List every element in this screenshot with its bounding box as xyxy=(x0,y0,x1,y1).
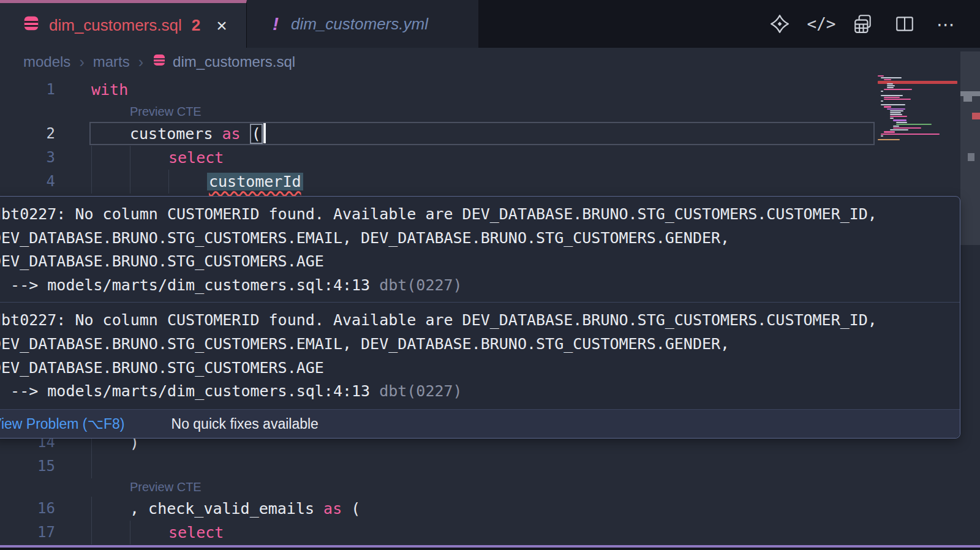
tab-label: dim_customers.yml xyxy=(291,15,428,34)
close-icon[interactable]: × xyxy=(216,17,227,35)
ruler-mark-gray xyxy=(960,91,980,96)
indent-guide xyxy=(168,170,169,194)
code-line-17: 17select xyxy=(0,521,959,544)
ruler-mark-gray xyxy=(968,153,974,161)
tab-badge: 2 xyxy=(192,16,200,35)
indent-guide xyxy=(130,170,130,194)
minimap-line xyxy=(896,122,907,123)
code-line-4: 4customerId xyxy=(0,170,959,194)
scrollbar[interactable] xyxy=(959,48,980,550)
minimap-line xyxy=(890,129,908,130)
indent-guide xyxy=(91,454,92,478)
query-results-icon[interactable] xyxy=(853,13,873,34)
minimap-line xyxy=(887,87,894,88)
breadcrumb-file[interactable]: dim_customers.sql xyxy=(152,53,295,71)
minimap-line xyxy=(881,104,905,105)
code-line-3: 3select xyxy=(0,146,959,170)
chevron-right-icon: › xyxy=(138,53,143,71)
diagnostic-message: dbt0227: No column CUSTOMERID found. Ava… xyxy=(0,197,960,302)
view-problem-link[interactable]: View Problem (⌥F8) xyxy=(0,416,125,432)
minimap-line xyxy=(881,100,883,102)
line-number: 15 xyxy=(0,454,55,478)
minimap-line xyxy=(878,139,900,140)
text-cursor xyxy=(263,123,266,143)
database-icon xyxy=(152,53,167,71)
breadcrumb: models › marts › dim_customers.sql xyxy=(0,48,980,76)
below-sash-strip xyxy=(0,548,980,550)
scrollbar-slider[interactable] xyxy=(960,51,980,245)
hover-status-bar: View Problem (⌥F8) No quick fixes availa… xyxy=(0,409,960,438)
indent-guide xyxy=(130,146,130,170)
chevron-right-icon: › xyxy=(79,53,84,71)
minimap-line xyxy=(893,126,899,127)
minimap-line xyxy=(878,75,884,77)
diagnostic-source: dbt(0227) xyxy=(370,382,462,400)
indent-guide xyxy=(91,497,92,521)
minimap-line xyxy=(890,116,907,117)
tab-bar: dim_customers.sql 2 × ! dim_customers.ym… xyxy=(0,0,980,48)
minimap-line xyxy=(890,112,901,113)
minimap-line xyxy=(893,119,907,121)
line-number: 16 xyxy=(0,497,55,521)
indent-guide xyxy=(130,521,130,544)
minimap-line xyxy=(881,77,902,78)
minimap-line xyxy=(881,91,883,92)
minimap-line xyxy=(884,89,912,90)
minimap-line xyxy=(887,83,893,85)
database-icon xyxy=(22,14,40,37)
minimap-line xyxy=(881,135,883,137)
code-line-2: 2customers as ( xyxy=(0,122,959,146)
minimap-line xyxy=(884,106,891,107)
breadcrumb-filename: dim_customers.sql xyxy=(173,53,295,70)
diagnostic-message: dbt0227: No column CUSTOMERID found. Ava… xyxy=(0,303,960,408)
indent-guide xyxy=(91,146,92,170)
line-number: 1 xyxy=(0,78,55,102)
code-line-15: 15 xyxy=(0,454,959,478)
error-token: customerId xyxy=(207,173,303,190)
minimap-line xyxy=(884,131,895,132)
minimap-line xyxy=(884,79,891,80)
diagnostic-source: dbt(0227) xyxy=(370,276,462,294)
indent-guide xyxy=(91,521,92,544)
minimap-line xyxy=(890,110,903,111)
editor-actions: </> ⋯ xyxy=(769,0,957,48)
code-line-1: 1with xyxy=(0,78,959,102)
editor-window: dim_customers.sql 2 × ! dim_customers.ym… xyxy=(0,0,980,550)
minimap-line xyxy=(890,118,894,119)
breadcrumb-models[interactable]: models xyxy=(23,53,70,70)
codelens-preview-cte[interactable]: Preview CTE xyxy=(130,103,202,120)
more-actions-icon[interactable]: ⋯ xyxy=(936,13,957,34)
line-number: 4 xyxy=(0,170,55,194)
compile-code-icon[interactable]: </> xyxy=(811,13,832,34)
no-quick-fixes-label: No quick fixes available xyxy=(172,416,318,432)
minimap[interactable] xyxy=(878,75,959,149)
minimap-line xyxy=(884,97,900,98)
split-editor-icon[interactable] xyxy=(894,13,915,34)
tab-label: dim_customers.sql xyxy=(49,16,182,35)
diagnostics-hover-panel: dbt0227: No column CUSTOMERID found. Ava… xyxy=(0,196,960,439)
ruler-mark-error xyxy=(972,113,980,119)
tab-dim-customers-sql[interactable]: dim_customers.sql 2 × xyxy=(0,0,247,48)
error-mark-icon: ! xyxy=(273,13,279,34)
dbt-logo-icon[interactable] xyxy=(769,13,790,34)
line-number: 3 xyxy=(0,146,55,170)
breadcrumb-marts[interactable]: marts xyxy=(93,53,130,70)
ruler-mark-gray xyxy=(963,96,972,102)
tab-dim-customers-yml[interactable]: ! dim_customers.yml xyxy=(247,0,478,48)
diagnostics-messages: dbt0227: No column CUSTOMERID found. Ava… xyxy=(0,197,960,409)
indent-guide xyxy=(91,170,92,194)
minimap-line xyxy=(896,124,932,125)
line-number: 2 xyxy=(0,122,55,146)
minimap-line xyxy=(881,95,903,96)
code-line-16: 16, check_valid_emails as ( xyxy=(0,497,959,521)
codelens-preview-cte[interactable]: Preview CTE xyxy=(130,478,202,495)
minimap-line xyxy=(884,99,911,100)
minimap-line xyxy=(893,127,921,129)
minimap-line xyxy=(887,85,895,86)
minimap-line xyxy=(890,114,902,115)
line-number: 17 xyxy=(0,521,55,544)
minimap-line xyxy=(887,108,905,110)
minimap-line xyxy=(881,134,940,135)
